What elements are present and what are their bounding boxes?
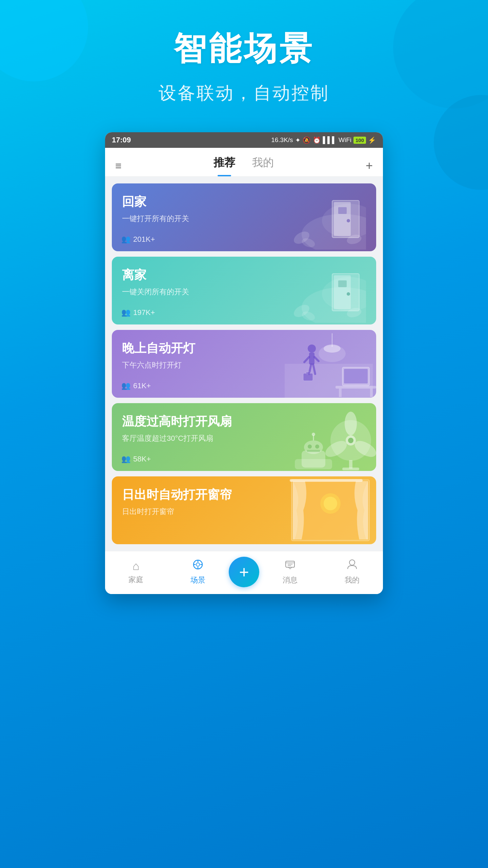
menu-icon[interactable]: ≡ [115,160,122,172]
nav-item-add[interactable]: + [229,557,259,587]
scene-card-night[interactable]: 晚上自动开灯 下午六点时打开灯 [112,330,376,398]
cards-container: 回家 一键打开所有的开关 👥 [105,177,383,551]
hero-subtitle: 设备联动，自动控制 [14,81,474,105]
home-nav-icon: ⌂ [133,559,140,573]
wifi-icon: WiFi [339,136,351,144]
svg-rect-47 [307,450,320,452]
hero-section: 智能场景 设备联动，自动控制 [0,0,488,125]
mine-nav-label: 我的 [345,575,360,585]
card-temp-users: 👥 58K+ [121,455,151,463]
status-right: 16.3K/s ✦ 🔕 ⏰ ▌▌▌ WiFi 100 ⚡ [271,136,376,144]
svg-rect-30 [336,386,376,389]
nav-item-message[interactable]: 消息 [259,559,321,585]
nav-item-mine[interactable]: 我的 [321,559,383,585]
svg-rect-34 [306,372,310,374]
card-home-users: 👥 201K+ [121,235,155,244]
card-leave-users: 👥 197K+ [121,308,155,317]
header-add-button[interactable]: + [366,159,373,173]
card-night-users: 👥 61K+ [121,381,151,390]
tab-recommended[interactable]: 推荐 [214,155,235,176]
svg-rect-50 [295,459,332,469]
card-home-title: 回家 [122,194,366,210]
card-leave-title: 离家 [122,267,366,283]
svg-rect-41 [349,460,352,469]
users-icon4: 👥 [121,455,130,463]
app-header: ≡ 推荐 我的 + [105,148,383,177]
phone-frame: 17:09 16.3K/s ✦ 🔕 ⏰ ▌▌▌ WiFi 100 ⚡ ≡ 推荐 … [105,132,383,594]
card-sunrise-desc: 日出时打开窗帘 [122,507,366,517]
card-night-title: 晚上自动开灯 [122,340,366,357]
battery-level: 100 [355,137,364,143]
scene-card-home[interactable]: 回家 一键打开所有的开关 👥 [112,183,376,251]
svg-point-46 [315,445,319,449]
tab-mine[interactable]: 我的 [252,155,274,176]
network-speed: 16.3K/s [271,136,293,144]
card-temp-title: 温度过高时打开风扇 [122,413,366,430]
nav-item-home[interactable]: ⌂ 家庭 [105,559,167,585]
scene-card-sunrise[interactable]: 日出时自动打开窗帘 日出时打开窗帘 [112,476,376,544]
svg-rect-33 [303,373,313,381]
scene-nav-label: 场景 [190,575,205,585]
svg-rect-31 [339,389,342,397]
header-tabs: 推荐 我的 [214,155,274,176]
no-disturb-icon: 🔕 [303,136,311,144]
home-nav-label: 家庭 [128,575,143,585]
users-icon: 👥 [121,235,130,244]
message-nav-label: 消息 [283,575,298,585]
status-bar: 17:09 16.3K/s ✦ 🔕 ⏰ ▌▌▌ WiFi 100 ⚡ [105,132,383,148]
users-icon3: 👥 [121,381,130,390]
status-time: 17:09 [112,136,131,144]
scene-card-leave[interactable]: 离家 一键关闭所有的开关 👥 197K+ [112,257,376,324]
card-temp-desc: 客厅温度超过30°C打开风扇 [122,433,366,443]
card-sunrise-title: 日出时自动打开窗帘 [122,487,366,503]
battery-indicator: 100 [353,137,366,144]
alarm-icon: ⏰ [313,136,321,144]
bluetooth-icon: ✦ [295,136,301,144]
hero-title: 智能场景 [14,27,474,71]
add-icon: + [239,564,249,580]
svg-rect-29 [344,369,368,383]
svg-point-66 [349,560,355,565]
mine-nav-icon [346,559,358,573]
users-icon2: 👥 [121,308,130,317]
card-leave-desc: 一键关闭所有的开关 [122,287,366,297]
signal-icon: ▌▌▌ [323,136,337,144]
card-home-desc: 一键打开所有的开关 [122,214,366,224]
scene-card-temp[interactable]: 温度过高时打开风扇 客厅温度超过30°C打开风扇 [112,403,376,471]
svg-rect-42 [342,468,359,470]
svg-point-45 [308,445,312,449]
message-nav-icon [284,559,296,573]
scene-nav-icon [192,559,204,573]
card-night-desc: 下午六点时打开灯 [122,360,366,370]
nav-item-scene[interactable]: 场景 [167,559,229,585]
nav-add-button[interactable]: + [229,557,259,587]
svg-rect-32 [370,389,373,397]
charging-icon: ⚡ [368,136,376,144]
svg-rect-55 [290,479,363,482]
svg-point-57 [196,563,200,566]
bottom-navigation: ⌂ 家庭 场景 + [105,551,383,594]
